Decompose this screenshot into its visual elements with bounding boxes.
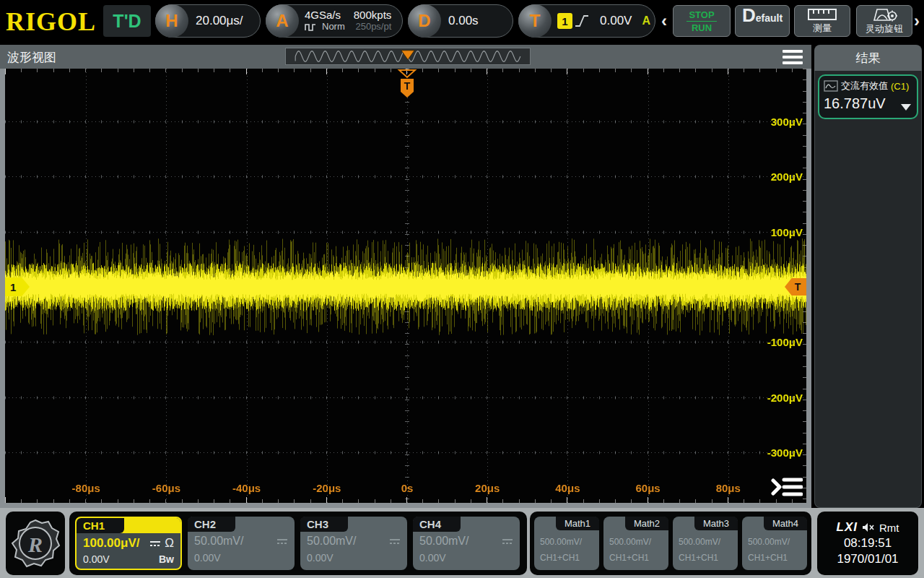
left-scroll-strip[interactable] — [0, 69, 5, 503]
time-tick-label: 20μs — [475, 482, 500, 494]
math4-tab[interactable]: Math4 — [764, 517, 807, 530]
math3-card[interactable]: Math3 500.00mV/ CH1+CH1 — [673, 517, 738, 570]
ch1-dc-coupling-icon — [149, 540, 161, 547]
waveform-view-header: 波形视图 — [0, 45, 811, 69]
remote-indicator: Rmt — [879, 522, 899, 534]
rigol-gear-logo-icon: R — [10, 516, 61, 571]
trigger-level: 0.00V — [590, 14, 632, 28]
ch4-scale: 50.00mV/ — [419, 535, 468, 548]
channel-card-ch1[interactable]: CH1 100.00μV/ Ω 0.0 — [75, 517, 182, 570]
measure-button[interactable]: 测量 — [794, 5, 850, 37]
math2-scale: 500.00mV/ — [609, 534, 651, 550]
delay-knob-icon[interactable]: D — [408, 4, 441, 38]
ch1-offset: 0.00V — [83, 553, 110, 565]
right-scroll-strip[interactable] — [806, 69, 811, 503]
ch1-bandwidth-limit: Bw — [159, 553, 174, 565]
quick-knob-icon — [870, 7, 899, 22]
expand-caret-icon[interactable] — [901, 104, 911, 111]
math3-scale: 500.00mV/ — [679, 534, 720, 550]
stop-run-button[interactable]: STOP RUN — [673, 5, 731, 37]
voltage-tick-label: 200μV — [771, 171, 803, 183]
system-date: 1970/01/01 — [837, 552, 898, 566]
ch3-scale: 50.00mV/ — [307, 535, 356, 548]
default-rest: efault — [756, 12, 783, 24]
toolbar-scroll-left-icon[interactable]: ‹ — [661, 12, 667, 30]
channel-card-ch3[interactable]: CH3 50.00mV/ 0.00V — [300, 517, 407, 570]
voltage-tick-label: -100μV — [767, 336, 803, 348]
math4-expression: CH1+CH1 — [748, 550, 790, 566]
ch3-dc-coupling-icon — [389, 538, 401, 545]
sample-rate: 4GSa/s — [305, 9, 345, 21]
math2-card[interactable]: Math2 500.00mV/ CH1+CH1 — [603, 517, 668, 570]
math4-scale: 500.00mV/ — [748, 534, 790, 550]
math1-scale: 500.00mV/ — [540, 534, 582, 550]
math3-tab[interactable]: Math3 — [694, 517, 738, 530]
toolbar-scroll-right-icon[interactable]: › — [914, 12, 920, 30]
math1-card[interactable]: Math1 500.00mV/ CH1+CH1 — [534, 517, 599, 570]
ch1-tab[interactable]: CH1 — [77, 518, 124, 533]
ch4-offset: 0.00V — [419, 552, 446, 564]
horizontal-timebase-control[interactable]: H 20.00μs/ — [155, 4, 261, 38]
trigger-sweep-mode: A — [642, 14, 650, 27]
voltage-tick-label: -200μV — [767, 391, 803, 403]
rigol-gear-logo-card[interactable]: R — [6, 512, 65, 575]
trigger-position-marker[interactable]: T — [397, 69, 417, 99]
time-tick-label: 40μs — [555, 482, 580, 494]
acquire-knob-icon[interactable]: A — [266, 4, 299, 38]
waveform-canvas[interactable] — [5, 69, 806, 503]
delay-control[interactable]: D 0.00s — [408, 4, 513, 38]
horizontal-knob-icon[interactable]: H — [155, 4, 188, 38]
svg-text:R: R — [27, 532, 43, 556]
time-tick-label: -40μs — [232, 482, 261, 494]
acquire-mode: Norm — [322, 21, 345, 33]
trigger-knob-icon[interactable]: T — [518, 4, 552, 38]
default-button[interactable]: Default — [735, 5, 790, 37]
math4-card[interactable]: Math4 500.00mV/ CH1+CH1 — [742, 517, 807, 570]
ch4-dc-coupling-icon — [502, 538, 513, 545]
voltage-tick-label: -300μV — [767, 446, 803, 458]
measure-label: 测量 — [813, 22, 832, 35]
measurement-result-card[interactable]: 交流有效值(C1) 16.787uV — [818, 74, 918, 119]
bottom-status-bar: R CH1 100.00μV/ Ω — [0, 508, 924, 578]
time-tick-label: 80μs — [716, 482, 741, 494]
bottom-scroll-strip[interactable] — [0, 503, 811, 508]
time-tick-label: 60μs — [635, 482, 660, 494]
lxi-logo: LXI — [837, 520, 858, 535]
system-status-card[interactable]: LXI Rmt 08:19:51 1970/01/01 — [817, 512, 918, 575]
channels-group: CH1 100.00μV/ Ω 0.0 — [69, 512, 527, 575]
waveform-display[interactable]: T 1 T 300μV200μV100μV-100μV-200μV-300μV … — [0, 69, 811, 508]
ch3-offset: 0.00V — [307, 552, 334, 564]
ch1-impedance: Ω — [165, 536, 174, 551]
system-time: 08:19:51 — [844, 536, 892, 551]
ch2-tab[interactable]: CH2 — [188, 517, 235, 532]
rigol-logo: RIGOL — [6, 7, 96, 37]
channel-card-ch2[interactable]: CH2 50.00mV/ 0.00V — [188, 517, 295, 570]
menu-icon[interactable] — [783, 50, 803, 67]
measurement-value: 16.787uV — [824, 95, 912, 112]
channel-card-ch4[interactable]: CH4 50.00mV/ 0.00V — [413, 517, 520, 570]
trigger-marker-label: T — [795, 281, 801, 293]
sample-resolution: 250ps/pt — [354, 21, 392, 33]
sound-muted-icon[interactable] — [862, 522, 875, 532]
ch2-offset: 0.00V — [194, 552, 221, 564]
acquisition-control[interactable]: A 4GSa/s Norm 800kpts 250ps/pt — [266, 4, 403, 38]
ch4-tab[interactable]: CH4 — [413, 517, 461, 532]
time-tick-label: 0s — [401, 482, 414, 494]
trigger-control[interactable]: T 1 0.00V A — [518, 4, 655, 38]
ruler-icon — [808, 8, 837, 21]
math2-expression: CH1+CH1 — [609, 550, 651, 566]
timebase-overview-strip[interactable] — [285, 48, 531, 65]
ch2-scale: 50.00mV/ — [194, 535, 243, 548]
quick-knob-button[interactable]: 灵动旋钮 — [856, 5, 912, 37]
delay-value: 0.00s — [441, 14, 479, 28]
ch3-tab[interactable]: CH3 — [300, 517, 348, 532]
math-group: Math1 500.00mV/ CH1+CH1 Math2 500.00mV/ … — [530, 512, 811, 575]
memory-depth: 800kpts — [354, 9, 392, 21]
math1-tab[interactable]: Math1 — [556, 517, 599, 530]
overview-trigger-marker[interactable] — [401, 51, 414, 60]
math1-expression: CH1+CH1 — [540, 550, 582, 566]
trigger-status-indicator: T'D — [103, 5, 151, 37]
math2-tab[interactable]: Math2 — [625, 517, 668, 530]
expand-menu-icon[interactable] — [771, 475, 803, 499]
results-panel-body: 交流有效值(C1) 16.787uV — [814, 71, 922, 508]
